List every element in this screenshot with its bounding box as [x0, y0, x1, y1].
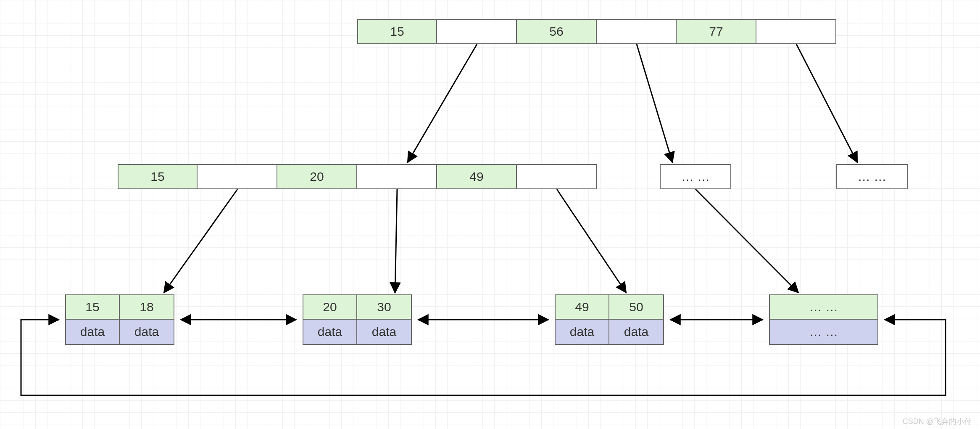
- root-key: 77: [677, 19, 756, 44]
- root-ptr: [597, 19, 677, 44]
- internal-node: 15 20 49: [118, 164, 597, 189]
- edge-ellipsis-leaf: [695, 189, 798, 293]
- leaf-data: data: [65, 320, 120, 345]
- leaf-ellipsis-data: … …: [769, 320, 878, 345]
- leaf-ellipsis-node: … … … …: [769, 294, 878, 345]
- edge-root-internal: [408, 44, 477, 162]
- edge-internal-leaf: [395, 189, 397, 293]
- root-node: 15 56 77: [357, 19, 836, 44]
- edge-root-ellipsis: [796, 44, 857, 162]
- internal-key: 20: [277, 164, 357, 189]
- leaf-node: 49 50 data data: [555, 294, 664, 345]
- leaf-key: 15: [65, 294, 120, 320]
- leaf-key: 49: [555, 294, 609, 320]
- leaf-data: data: [303, 320, 357, 345]
- leaf-data: data: [357, 320, 412, 345]
- watermark: CSDN @飞奔的小付: [903, 416, 972, 426]
- leaf-key: 50: [609, 294, 664, 320]
- ellipsis-cell: … …: [836, 164, 908, 189]
- leaf-ellipsis-key: … …: [769, 294, 878, 320]
- leaf-key: 20: [303, 294, 357, 320]
- edge-root-ellipsis: [637, 44, 672, 162]
- leaf-node: 15 18 data data: [65, 294, 174, 345]
- edge-internal-leaf: [164, 189, 237, 293]
- internal-ptr: [198, 164, 277, 189]
- leaf-key: 18: [120, 294, 174, 320]
- internal-ptr: [517, 164, 597, 189]
- root-ptr: [756, 19, 836, 44]
- arrows-layer: [0, 0, 980, 429]
- internal-key: 49: [437, 164, 517, 189]
- leaf-data: data: [609, 320, 664, 345]
- edge-internal-leaf: [557, 189, 626, 293]
- leaf-data: data: [555, 320, 609, 345]
- internal-ptr: [357, 164, 437, 189]
- ellipsis-node: … …: [836, 164, 908, 189]
- leaf-node: 20 30 data data: [303, 294, 412, 345]
- root-key: 15: [357, 19, 437, 44]
- leaf-data: data: [120, 320, 174, 345]
- leaf-key: 30: [357, 294, 412, 320]
- ellipsis-cell: … …: [660, 164, 731, 189]
- root-key: 56: [517, 19, 597, 44]
- root-ptr: [437, 19, 517, 44]
- ellipsis-node: … …: [660, 164, 731, 189]
- internal-key: 15: [118, 164, 198, 189]
